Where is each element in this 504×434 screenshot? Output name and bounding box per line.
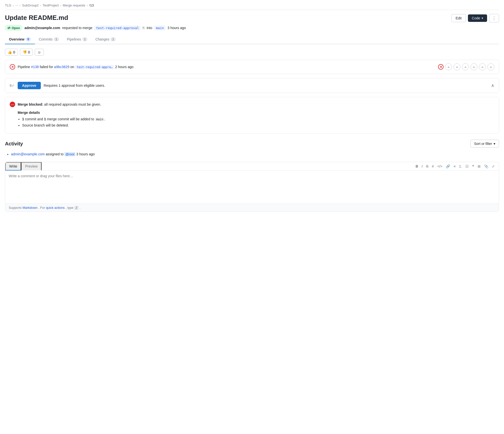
- page-header: Update README.md Edit Code ▾ ⋮: [5, 14, 499, 22]
- toolbar-heading-button[interactable]: #: [430, 163, 435, 169]
- merge-blocked-header: — Merge blocked: all required approvals …: [10, 102, 494, 107]
- activity-bullet: •: [7, 152, 8, 158]
- tab-changes-label: Changes: [95, 37, 109, 41]
- activity-header: Activity Sort or filter ▾: [5, 140, 499, 148]
- mr-author: admin@example.com: [24, 26, 60, 30]
- toolbar-italic-button[interactable]: I: [420, 163, 424, 169]
- toolbar-attachment-button[interactable]: 📎: [483, 163, 490, 169]
- mr-time-ago: 3 hours ago: [167, 26, 186, 30]
- comment-toolbar: B I S # </> 🔗 ≡ 1. ☑ ❝ ⊞ 📎 ⤢: [414, 163, 499, 169]
- edit-button[interactable]: Edit: [451, 14, 466, 22]
- chevron-down-icon: ▾: [482, 16, 483, 20]
- copy-branch-icon[interactable]: ⎘: [143, 26, 145, 30]
- emoji-button[interactable]: ☺: [35, 49, 44, 56]
- blocked-icon: —: [10, 102, 15, 107]
- activity-mention[interactable]: @root: [64, 152, 75, 156]
- breadcrumb-sep-3: ›: [40, 3, 41, 7]
- source-branch: test-required-approval: [94, 26, 141, 30]
- tab-commits[interactable]: Commits 1: [35, 35, 63, 44]
- toolbar-blockquote-button[interactable]: ❝: [471, 163, 476, 169]
- toolbar-bold-button[interactable]: B: [414, 163, 420, 169]
- breadcrumb-subgroup[interactable]: SubGroup2: [22, 3, 39, 7]
- pipeline-cancel-icon[interactable]: ✕: [438, 64, 444, 70]
- more-options-button[interactable]: ⋮: [489, 14, 499, 22]
- pipeline-link[interactable]: #138: [31, 65, 39, 69]
- write-tab[interactable]: Write: [5, 162, 21, 171]
- status-label: Open: [12, 26, 20, 30]
- pipeline-action-2[interactable]: »: [454, 63, 460, 70]
- breadcrumb-current: !13: [89, 3, 94, 7]
- tab-pipelines-label: Pipelines: [67, 37, 81, 41]
- breadcrumb-dots[interactable]: ···: [15, 3, 18, 7]
- breadcrumb-mr[interactable]: Merge requests: [63, 3, 85, 7]
- code-button[interactable]: Code ▾: [468, 14, 487, 22]
- comment-box: Write Preview B I S # </> 🔗 ≡ 1. ☑ ❝ ⊞ 📎…: [5, 162, 499, 212]
- reactions-row: 👍 0 👎 0 ☺: [5, 49, 499, 56]
- breadcrumb: TLG › ··· › SubGroup2 › TestProject › Me…: [5, 0, 499, 10]
- breadcrumb-tlg[interactable]: TLG: [5, 3, 11, 7]
- pipeline-action-4[interactable]: »: [470, 63, 477, 70]
- toolbar-link-button[interactable]: 🔗: [444, 163, 452, 169]
- comment-tabs: Write Preview: [5, 162, 42, 170]
- tab-changes-count: 1: [110, 37, 116, 41]
- pipeline-time: 2 hours ago: [115, 65, 134, 69]
- pipeline-actions: ✕ » » » » » »: [438, 63, 494, 70]
- tab-overview-count: 0: [26, 37, 31, 41]
- toolbar-checklist-button[interactable]: ☑: [464, 163, 470, 169]
- pipeline-action-5[interactable]: »: [479, 63, 486, 70]
- sort-filter-chevron-icon: ▾: [494, 142, 495, 146]
- toolbar-table-button[interactable]: ⊞: [476, 163, 482, 169]
- tab-changes[interactable]: Changes 1: [91, 35, 120, 44]
- thumbs-up-icon: 👍: [8, 50, 12, 54]
- toolbar-code-button[interactable]: </>: [436, 163, 444, 169]
- sort-filter-label: Sort or filter: [474, 142, 492, 146]
- toolbar-bullet-list-button[interactable]: ≡: [452, 163, 457, 169]
- thumbs-down-button[interactable]: 👎 0: [20, 49, 33, 56]
- mr-tabs: Overview 0 Commits 1 Pipelines 1 Changes…: [5, 35, 499, 44]
- mr-action-text: requested to merge: [62, 26, 92, 30]
- approval-count: 8✓: [10, 84, 15, 87]
- activity-action: assigned to: [46, 152, 64, 156]
- merge-detail-item-1: 1 commit and 1 merge commit will be adde…: [22, 117, 494, 122]
- toolbar-ordered-list-button[interactable]: 1.: [457, 163, 463, 169]
- pipeline-text: Pipeline #138 failed for a9bc3829 on tes…: [18, 65, 134, 69]
- toolbar-strikethrough-button[interactable]: S: [425, 163, 430, 169]
- tab-overview-label: Overview: [9, 37, 24, 41]
- status-badge: ⇄ Open: [5, 25, 22, 31]
- tab-overview[interactable]: Overview 0: [5, 35, 35, 44]
- activity-item: • admin@example.com assigned to @root 3 …: [5, 152, 499, 158]
- thumbs-up-button[interactable]: 👍 0: [5, 49, 18, 56]
- tab-commits-label: Commits: [39, 37, 52, 41]
- comment-textarea[interactable]: [5, 171, 499, 203]
- merge-details-title: Merge details: [18, 111, 494, 115]
- quick-actions-link[interactable]: quick actions: [46, 206, 65, 210]
- pipeline-action-6[interactable]: »: [487, 63, 494, 70]
- code-label: Code: [472, 16, 480, 20]
- pipeline-action-1[interactable]: »: [445, 63, 452, 70]
- approve-button[interactable]: Approve: [18, 82, 41, 89]
- mr-meta: ⇄ Open admin@example.com requested to me…: [5, 25, 499, 31]
- thumbs-up-count: 0: [13, 50, 15, 54]
- toolbar-fullscreen-button[interactable]: ⤢: [490, 163, 496, 169]
- collapse-approval-button[interactable]: ∧: [491, 83, 494, 88]
- target-branch: main: [154, 26, 165, 30]
- comment-tab-bar: Write Preview B I S # </> 🔗 ≡ 1. ☑ ❝ ⊞ 📎…: [5, 162, 499, 171]
- pipeline-action-3[interactable]: »: [462, 63, 469, 70]
- pipeline-fail-icon: ✕: [10, 64, 15, 70]
- sort-filter-button[interactable]: Sort or filter ▾: [470, 140, 499, 148]
- preview-tab[interactable]: Preview: [21, 162, 42, 171]
- merge-blocked-card: — Merge blocked: all required approvals …: [5, 97, 499, 134]
- tab-pipelines[interactable]: Pipelines 1: [63, 35, 92, 44]
- pipeline-commit-link[interactable]: a9bc3829: [54, 65, 69, 69]
- footer-mid-text: . For: [38, 206, 45, 210]
- pipeline-status-left: ✕ Pipeline #138 failed for a9bc3829 on t…: [10, 64, 134, 70]
- footer-supports-text: Supports: [9, 206, 22, 210]
- header-actions: Edit Code ▾ ⋮: [451, 14, 499, 22]
- approval-requirement: Requires 1 approval from eligible users.: [44, 84, 105, 87]
- activity-author[interactable]: admin@example.com: [11, 152, 45, 156]
- page-title: Update README.md: [5, 14, 68, 22]
- breadcrumb-project[interactable]: TestProject: [43, 3, 59, 7]
- activity-time: 3 hours ago: [76, 152, 95, 156]
- markdown-link[interactable]: Markdown: [23, 206, 38, 210]
- footer-period: .: [80, 206, 81, 210]
